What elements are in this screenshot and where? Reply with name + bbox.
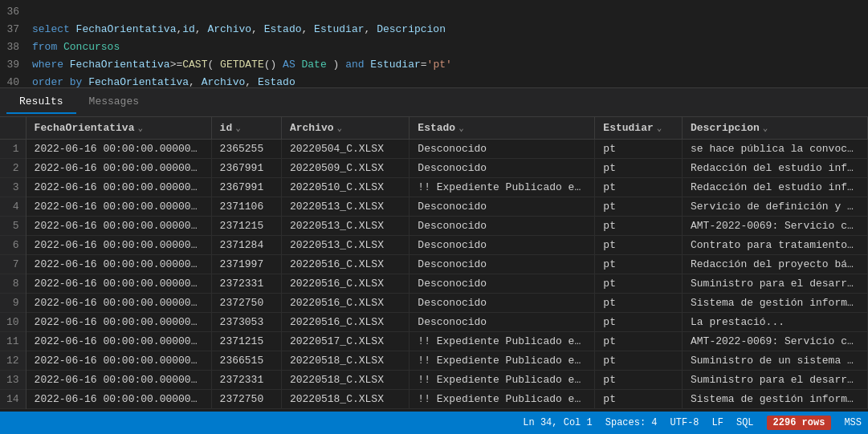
line-code: where FechaOrientativa>=CAST( GETDATE() … xyxy=(32,56,452,74)
table-row[interactable]: 142022-06-16 00:00:00.00000...2372750202… xyxy=(0,390,868,409)
cell-fecha: 2022-06-16 00:00:00.00000... xyxy=(26,332,211,351)
row-number: 10 xyxy=(0,313,26,332)
col-header-archivo[interactable]: Archivo⌄ xyxy=(281,117,409,140)
cell-descripcion: Suministro para el desarr... xyxy=(682,371,867,390)
table-row[interactable]: 92022-06-16 00:00:00.00000...23727502022… xyxy=(0,294,868,313)
table-row[interactable]: 72022-06-16 00:00:00.00000...23719972022… xyxy=(0,255,868,274)
cell-descripcion: Servicio de definición y ... xyxy=(682,197,867,217)
cell-estudiar: pt xyxy=(595,178,683,197)
cell-fecha: 2022-06-16 00:00:00.00000... xyxy=(26,140,211,159)
cell-id: 2367991 xyxy=(211,159,281,178)
cell-archivo: 20220513_C.XLSX xyxy=(281,197,409,217)
status-lf: LF xyxy=(712,417,723,428)
table-row[interactable]: 52022-06-16 00:00:00.00000...23712152022… xyxy=(0,217,868,236)
line-code: select FechaOrientativa,id, Archivo, Est… xyxy=(32,21,446,39)
col-header-id[interactable]: id⌄ xyxy=(211,117,281,140)
sort-icon: ⌄ xyxy=(337,123,343,133)
cell-id: 2372750 xyxy=(211,294,281,313)
status-encoding: UTF-8 xyxy=(670,417,699,428)
table-row[interactable]: 82022-06-16 00:00:00.00000...23723312022… xyxy=(0,274,868,294)
cell-fecha: 2022-06-16 00:00:00.00000... xyxy=(26,371,211,390)
cell-fecha: 2022-06-16 00:00:00.00000... xyxy=(26,236,211,255)
results-table: FechaOrientativa⌄id⌄Archivo⌄Estado⌄Estud… xyxy=(0,117,868,409)
cell-estado: Desconocido xyxy=(410,255,595,274)
table-row[interactable]: 122022-06-16 00:00:00.00000...2366515202… xyxy=(0,351,868,371)
cell-archivo: 20220518_C.XLSX xyxy=(281,390,409,409)
cell-estado: Desconocido xyxy=(410,313,595,332)
code-line: 37select FechaOrientativa,id, Archivo, E… xyxy=(0,21,868,39)
line-number: 40 xyxy=(0,74,32,88)
cell-estado: Desconocido xyxy=(410,197,595,217)
results-area[interactable]: FechaOrientativa⌄id⌄Archivo⌄Estado⌄Estud… xyxy=(0,117,868,412)
col-header-estado[interactable]: Estado⌄ xyxy=(410,117,595,140)
cell-fecha: 2022-06-16 00:00:00.00000... xyxy=(26,255,211,274)
cell-descripcion: se hace pública la convoc... xyxy=(682,140,867,159)
cell-estado: !! Expediente Publicado e... xyxy=(410,351,595,371)
cell-id: 2373053 xyxy=(211,313,281,332)
cell-estudiar: pt xyxy=(595,159,683,178)
cell-estudiar: pt xyxy=(595,236,683,255)
cell-archivo: 20220518_C.XLSX xyxy=(281,351,409,371)
cell-descripcion: Contrato para tratamiento... xyxy=(682,236,867,255)
table-row[interactable]: 12022-06-16 00:00:00.00000...23652552022… xyxy=(0,140,868,159)
editor-area: 3637select FechaOrientativa,id, Archivo,… xyxy=(0,0,868,88)
col-header-fecha[interactable]: FechaOrientativa⌄ xyxy=(26,117,211,140)
cell-fecha: 2022-06-16 00:00:00.00000... xyxy=(26,313,211,332)
line-number: 38 xyxy=(0,39,32,56)
code-line: 36 xyxy=(0,3,868,21)
row-number: 9 xyxy=(0,294,26,313)
table-row[interactable]: 32022-06-16 00:00:00.00000...23679912022… xyxy=(0,178,868,197)
cell-id: 2366515 xyxy=(211,351,281,371)
cell-estudiar: pt xyxy=(595,294,683,313)
code-line: 40order by FechaOrientativa, Archivo, Es… xyxy=(0,74,868,88)
line-number: 39 xyxy=(0,56,32,74)
cell-estado: !! Expediente Publicado e... xyxy=(410,332,595,351)
cell-estado: Desconocido xyxy=(410,274,595,294)
col-header-row-num[interactable] xyxy=(0,117,26,140)
table-row[interactable]: 42022-06-16 00:00:00.00000...23711062022… xyxy=(0,197,868,217)
row-number: 8 xyxy=(0,274,26,294)
cell-archivo: 20220516_C.XLSX xyxy=(281,313,409,332)
cell-descripcion: Redacción del estudio inf... xyxy=(682,178,867,197)
tab-messages[interactable]: Messages xyxy=(76,91,152,114)
row-number: 12 xyxy=(0,351,26,371)
tab-results[interactable]: Results xyxy=(6,91,76,114)
cell-id: 2372750 xyxy=(211,390,281,409)
status-sql: SQL xyxy=(736,417,754,428)
cell-estado: Desconocido xyxy=(410,159,595,178)
cell-descripcion: Redacción del proyecto bá... xyxy=(682,255,867,274)
table-row[interactable]: 112022-06-16 00:00:00.00000...2371215202… xyxy=(0,332,868,351)
cell-fecha: 2022-06-16 00:00:00.00000... xyxy=(26,178,211,197)
status-rows: 2296 rows xyxy=(767,416,832,430)
cell-id: 2371215 xyxy=(211,332,281,351)
row-number: 2 xyxy=(0,159,26,178)
cell-archivo: 20220516_C.XLSX xyxy=(281,294,409,313)
table-row[interactable]: 102022-06-16 00:00:00.00000...2373053202… xyxy=(0,313,868,332)
cell-estado: Desconocido xyxy=(410,294,595,313)
cell-estudiar: pt xyxy=(595,390,683,409)
row-number: 1 xyxy=(0,140,26,159)
col-header-estudiar[interactable]: Estudiar⌄ xyxy=(595,117,683,140)
line-code: from Concursos xyxy=(32,39,120,56)
line-code: order by FechaOrientativa, Archivo, Esta… xyxy=(32,74,295,88)
cell-archivo: 20220517_C.XLSX xyxy=(281,332,409,351)
cell-id: 2371997 xyxy=(211,255,281,274)
cell-archivo: 20220513_C.XLSX xyxy=(281,217,409,236)
row-number: 5 xyxy=(0,217,26,236)
cell-estudiar: pt xyxy=(595,313,683,332)
cell-estado: Desconocido xyxy=(410,217,595,236)
cell-estado: !! Expediente Publicado e... xyxy=(410,178,595,197)
table-row[interactable]: 62022-06-16 00:00:00.00000...23712842022… xyxy=(0,236,868,255)
cell-id: 2371215 xyxy=(211,217,281,236)
status-spaces: Spaces: 4 xyxy=(605,417,658,428)
table-row[interactable]: 22022-06-16 00:00:00.00000...23679912022… xyxy=(0,159,868,178)
cell-fecha: 2022-06-16 00:00:00.00000... xyxy=(26,197,211,217)
cell-estudiar: pt xyxy=(595,371,683,390)
col-header-descripcion[interactable]: Descripcion⌄ xyxy=(682,117,867,140)
cell-estudiar: pt xyxy=(595,332,683,351)
cell-archivo: 20220509_C.XLSX xyxy=(281,159,409,178)
table-row[interactable]: 132022-06-16 00:00:00.00000...2372331202… xyxy=(0,371,868,390)
status-ln: Ln 34, Col 1 xyxy=(523,417,592,428)
cell-estado: Desconocido xyxy=(410,140,595,159)
row-number: 11 xyxy=(0,332,26,351)
